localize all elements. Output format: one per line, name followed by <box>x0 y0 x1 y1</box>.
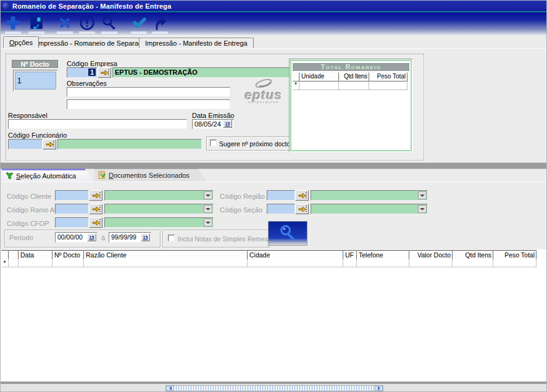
info-button[interactable] <box>77 14 97 32</box>
sugere-checkbox[interactable] <box>210 140 217 146</box>
search-button[interactable] <box>99 14 119 32</box>
codigo-ramo-lookup-button[interactable] <box>89 204 102 214</box>
codigo-empresa-lookup-button[interactable] <box>98 67 111 78</box>
grid-header-row: Data Nº Docto Razão Cliente Cidade UF Te… <box>1 250 537 260</box>
codigo-cfop-label: Código CFOP <box>7 220 49 227</box>
codigo-funcionario-lookup-button[interactable] <box>43 139 56 149</box>
section-splitter[interactable] <box>1 162 546 169</box>
total-romaneio-header-row: Unidade Qtd Itens Peso Total <box>293 72 407 81</box>
grid-col-cidade[interactable]: Cidade <box>248 251 343 260</box>
codigo-secao-lookup-button[interactable] <box>295 204 309 214</box>
codigo-ramo-combo[interactable] <box>104 204 214 214</box>
codigo-cfop-lookup-button[interactable] <box>89 217 102 228</box>
ndocto-header: Nº Docto <box>12 60 58 68</box>
codigo-cliente-label: Código Cliente <box>7 193 51 200</box>
top-tab-strip: Opções Impressão - Romaneio de Separação… <box>1 36 546 48</box>
documents-grid: Data Nº Docto Razão Cliente Cidade UF Te… <box>1 249 546 382</box>
chevron-down-icon[interactable] <box>204 219 212 227</box>
grid-col-uf[interactable]: UF <box>343 251 357 260</box>
responsavel-input[interactable] <box>8 119 187 129</box>
total-romaneio-title: Total Romaneio <box>293 63 409 71</box>
horizontal-scrollbar[interactable] <box>165 385 383 391</box>
codigo-regiao-lookup-button[interactable] <box>295 190 309 201</box>
ndocto-input[interactable]: 1 <box>15 72 56 90</box>
observacoes-label: Observações <box>67 80 107 87</box>
codigo-cfop-combo[interactable] <box>104 217 214 228</box>
observacoes-input-2[interactable] <box>67 99 230 109</box>
responsavel-label: Responsável <box>8 112 48 119</box>
codigo-cliente-lookup-button[interactable] <box>89 190 102 201</box>
codigo-funcionario-code-input[interactable] <box>8 139 43 149</box>
pointing-hand-icon <box>92 205 100 213</box>
data-emissao-label: Data Emissão <box>192 112 234 119</box>
confirm-button[interactable] <box>129 14 149 32</box>
ndocto-field-frame: 1 <box>13 70 58 91</box>
data-emissao-calendar-button[interactable]: 15 <box>223 120 232 128</box>
grid-col-indicator <box>1 251 9 260</box>
codigo-secao-code-input[interactable] <box>267 204 295 214</box>
tab-opcoes[interactable]: Opções <box>3 36 39 48</box>
grid-col-ndocto[interactable]: Nº Docto <box>52 251 84 260</box>
chevron-down-icon[interactable] <box>418 191 427 199</box>
scroll-right-button[interactable] <box>375 386 383 391</box>
execute-search-button[interactable] <box>268 221 307 246</box>
chevron-down-icon[interactable] <box>418 205 427 213</box>
pointing-hand-icon <box>92 191 100 199</box>
tab-impressao-manifesto[interactable]: Impressão - Manifesto de Entrega <box>139 38 254 48</box>
periodo-conjunction: à <box>101 234 105 241</box>
codigo-funcionario-label: Código Funcionário <box>8 131 67 139</box>
tab-selecao-automatica[interactable]: Seleção Automática <box>2 169 93 181</box>
codigo-ramo-code-input[interactable] <box>55 204 89 214</box>
exit-button[interactable] <box>150 14 170 32</box>
inclui-notas-label: Inclui Notas de Simples Remessa <box>178 235 275 243</box>
codigo-regiao-combo[interactable] <box>311 190 428 201</box>
inclui-notas-checkbox[interactable] <box>168 235 175 241</box>
grid-col-razao-cliente[interactable]: Razão Cliente <box>84 251 248 260</box>
chevron-down-icon[interactable] <box>204 191 212 199</box>
tab-impressao-romaneio[interactable]: Impressão - Romaneio de Separação <box>30 38 156 48</box>
save-button[interactable] <box>27 14 46 32</box>
grid-col-peso-total[interactable]: Peso Total <box>493 251 537 260</box>
pointing-hand-icon <box>46 140 54 148</box>
plus-icon <box>4 14 22 31</box>
tab-selecao-label: Seleção Automática <box>16 172 76 180</box>
grid-empty-row[interactable]: * <box>1 259 537 267</box>
codigo-empresa-code-input[interactable]: 1 <box>67 67 98 78</box>
grid-col-data[interactable]: Data <box>19 251 52 260</box>
scroll-left-button[interactable] <box>166 386 174 391</box>
tab-documentos-label: Documentos Selecionados <box>109 172 190 179</box>
codigo-secao-combo[interactable] <box>311 204 428 214</box>
add-button[interactable] <box>3 14 23 32</box>
observacoes-input-1[interactable] <box>67 87 230 97</box>
chevron-down-icon[interactable] <box>204 205 212 213</box>
grid-col-valor-docto[interactable]: Valor Docto <box>409 251 453 260</box>
periodo-to-calendar-button[interactable]: 15 <box>141 233 150 241</box>
title-bar: Romaneio de Separação - Manifesto de Ent… <box>1 1 546 11</box>
save-icon <box>28 15 44 31</box>
app-icon <box>2 2 9 9</box>
row-marker: * <box>293 81 299 90</box>
col-qtd-itens: Qtd Itens <box>339 72 369 81</box>
grid-col-telefone[interactable]: Telefone <box>357 251 409 260</box>
codigo-cliente-combo[interactable] <box>104 190 214 201</box>
calendar-icon: 15 <box>90 235 94 240</box>
logo-swirl-icon <box>253 78 274 88</box>
total-romaneio-empty-row[interactable]: * <box>293 81 407 90</box>
codigo-regiao-code-input[interactable] <box>267 190 295 201</box>
app-window: Romaneio de Separação - Manifesto de Ent… <box>0 0 547 392</box>
right-arrow-icon <box>378 386 380 390</box>
x-icon <box>57 15 73 31</box>
grid-row-marker: * <box>1 259 9 267</box>
col-peso-total: Peso Total <box>369 72 407 81</box>
pointing-hand-icon <box>298 191 306 199</box>
periodo-label: Período <box>9 234 33 241</box>
grid-col-qtd-itens[interactable]: Qtd Itens <box>453 251 493 260</box>
magnifier-icon <box>100 14 119 31</box>
document-check-icon <box>98 171 106 180</box>
codigo-cliente-code-input[interactable] <box>55 190 89 201</box>
codigo-cfop-code-input[interactable] <box>55 217 89 228</box>
cancel-button[interactable] <box>55 14 75 32</box>
tab-documentos-selecionados[interactable]: Documentos Selecionados <box>94 169 207 181</box>
periodo-from-calendar-button[interactable]: 15 <box>87 233 96 241</box>
calendar-icon: 15 <box>143 235 148 240</box>
